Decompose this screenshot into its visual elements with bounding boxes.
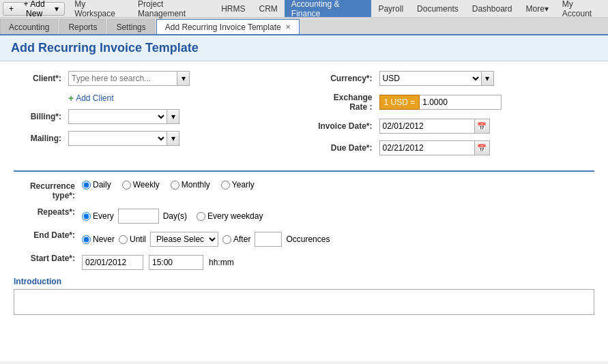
plus-icon: + bbox=[68, 93, 74, 104]
occurences-label: Occurences bbox=[286, 234, 330, 244]
currency-arrow[interactable]: ▾ bbox=[482, 71, 494, 86]
tab-settings-label: Settings bbox=[116, 22, 145, 32]
nav-more[interactable]: More ▾ bbox=[519, 0, 555, 17]
exchange-rate-input[interactable] bbox=[420, 95, 502, 110]
tab-reports[interactable]: Reports bbox=[59, 19, 106, 34]
due-date-input[interactable] bbox=[379, 140, 475, 155]
end-date-content: Never Until Please Select After Occurenc… bbox=[82, 229, 594, 247]
add-new-button[interactable]: + + Add New ▾ bbox=[3, 2, 65, 16]
recurrence-weekly[interactable]: Weekly bbox=[122, 180, 160, 189]
form-right: Currency*: USD ▾ Exchange Rate : 1 USD = bbox=[318, 71, 595, 162]
yearly-label: Yearly bbox=[232, 180, 255, 189]
exchange-usd-label: 1 USD = bbox=[379, 95, 420, 110]
start-time-input[interactable] bbox=[149, 255, 203, 270]
nav-my-account[interactable]: My Account bbox=[555, 0, 608, 17]
hhmm-label: hh:mm bbox=[209, 258, 234, 267]
end-until-select[interactable]: Please Select bbox=[150, 232, 218, 247]
repeats-every-input[interactable] bbox=[118, 209, 159, 224]
mailing-select-arrow[interactable]: ▾ bbox=[167, 131, 179, 146]
nav-accounting-finance[interactable]: Accounting & Finance bbox=[285, 0, 372, 17]
recurrence-yearly-radio[interactable] bbox=[221, 181, 230, 189]
add-client-link[interactable]: + Add Client bbox=[68, 93, 291, 104]
start-date-content: hh:mm bbox=[82, 252, 594, 270]
tab-add-recurring-invoice[interactable]: Add Recurring Invoice Template ✕ bbox=[156, 19, 300, 34]
billing-row: Billing*: ▾ bbox=[14, 109, 291, 124]
end-after-radio[interactable] bbox=[222, 235, 231, 244]
add-client-text: Add Client bbox=[76, 93, 113, 103]
page-title: Add Recurring Invoice Template bbox=[11, 41, 597, 55]
end-after-option[interactable]: After bbox=[222, 234, 250, 244]
nav-project-management[interactable]: Project Management bbox=[131, 0, 214, 17]
client-search-input[interactable] bbox=[68, 71, 177, 86]
invoice-date-input[interactable] bbox=[379, 119, 475, 134]
invoice-date-label: Invoice Date*: bbox=[318, 121, 379, 131]
exchange-rate-wrapper: 1 USD = bbox=[379, 95, 502, 110]
recurrence-weekly-radio[interactable] bbox=[122, 181, 131, 189]
end-date-label: End Date*: bbox=[14, 229, 82, 247]
start-date-label: Start Date*: bbox=[14, 252, 82, 270]
introduction-textarea[interactable] bbox=[14, 289, 594, 315]
every-label: Every bbox=[93, 211, 114, 221]
repeats-weekday-option[interactable]: Every weekday bbox=[197, 211, 263, 221]
never-label: Never bbox=[93, 234, 115, 244]
tabs-bar: Accounting Reports Settings Add Recurrin… bbox=[0, 18, 608, 35]
end-date-section: End Date*: Never Until Please Select Aft… bbox=[14, 229, 594, 247]
section-divider bbox=[14, 170, 594, 172]
dropdown-arrow: ▾ bbox=[55, 4, 59, 14]
tab-settings[interactable]: Settings bbox=[107, 19, 154, 34]
billing-select-arrow[interactable]: ▾ bbox=[167, 109, 179, 124]
repeats-every-option[interactable]: Every bbox=[82, 211, 114, 221]
invoice-date-wrapper: 📅 bbox=[379, 119, 490, 134]
recurrence-daily-radio[interactable] bbox=[82, 181, 91, 189]
mailing-select-wrapper: ▾ bbox=[68, 131, 179, 146]
introduction-section: Introduction bbox=[14, 277, 594, 317]
recurrence-daily[interactable]: Daily bbox=[82, 180, 111, 189]
start-date-section: Start Date*: hh:mm bbox=[14, 252, 594, 270]
mailing-select[interactable] bbox=[68, 131, 167, 146]
daily-label: Daily bbox=[93, 180, 111, 189]
due-date-wrapper: 📅 bbox=[379, 140, 490, 155]
recurrence-monthly[interactable]: Monthly bbox=[171, 180, 210, 189]
monthly-label: Monthly bbox=[182, 180, 210, 189]
recurrence-yearly[interactable]: Yearly bbox=[221, 180, 255, 189]
end-until-option[interactable]: Until bbox=[119, 234, 146, 244]
nav-crm[interactable]: CRM bbox=[252, 0, 284, 17]
form-section-top: Client*: ▾ + Add Client Billing*: bbox=[14, 71, 594, 162]
repeats-every-radio[interactable] bbox=[82, 212, 91, 221]
end-never-radio[interactable] bbox=[82, 235, 91, 244]
billing-select-wrapper: ▾ bbox=[68, 109, 179, 124]
mailing-label: Mailing: bbox=[14, 134, 68, 143]
end-never-option[interactable]: Never bbox=[82, 234, 115, 244]
page-title-bar: Add Recurring Invoice Template bbox=[0, 35, 608, 61]
close-tab-icon[interactable]: ✕ bbox=[285, 23, 291, 31]
after-label: After bbox=[233, 234, 250, 244]
nav-payroll[interactable]: Payroll bbox=[371, 0, 410, 17]
occurences-input[interactable] bbox=[255, 232, 282, 247]
tab-add-recurring-label: Add Recurring Invoice Template bbox=[165, 22, 281, 32]
end-until-radio[interactable] bbox=[119, 235, 128, 244]
tab-accounting-label: Accounting bbox=[9, 22, 49, 32]
repeats-weekday-radio[interactable] bbox=[197, 212, 205, 221]
client-search-arrow[interactable]: ▾ bbox=[177, 71, 190, 86]
start-date-input[interactable] bbox=[82, 255, 143, 270]
nav-documents[interactable]: Documents bbox=[410, 0, 465, 17]
nav-hrms[interactable]: HRMS bbox=[214, 0, 252, 17]
mailing-row: Mailing: ▾ bbox=[14, 131, 291, 146]
introduction-label: Introduction bbox=[14, 277, 594, 286]
nav-dashboard[interactable]: Dashboard bbox=[465, 0, 519, 17]
exchange-rate-label: Exchange Rate : bbox=[318, 93, 379, 112]
nav-my-workspace[interactable]: My Workspace bbox=[68, 0, 131, 17]
billing-select[interactable] bbox=[68, 109, 167, 124]
currency-label: Currency*: bbox=[318, 74, 379, 83]
due-date-calendar-icon[interactable]: 📅 bbox=[475, 140, 490, 155]
until-label: Until bbox=[130, 234, 146, 244]
recurrence-radio-group: Daily Weekly Monthly Yearly bbox=[82, 180, 594, 189]
currency-select[interactable]: USD bbox=[379, 71, 482, 86]
repeats-section: Repeats*: Every Day(s) Every weekday bbox=[14, 206, 594, 224]
recurrence-type-label: Recurrence type*: bbox=[14, 180, 82, 200]
more-label: More bbox=[526, 4, 545, 14]
tab-accounting[interactable]: Accounting bbox=[0, 19, 58, 34]
recurrence-monthly-radio[interactable] bbox=[171, 181, 179, 189]
invoice-date-calendar-icon[interactable]: 📅 bbox=[475, 119, 490, 134]
repeats-content: Every Day(s) Every weekday bbox=[82, 206, 594, 224]
